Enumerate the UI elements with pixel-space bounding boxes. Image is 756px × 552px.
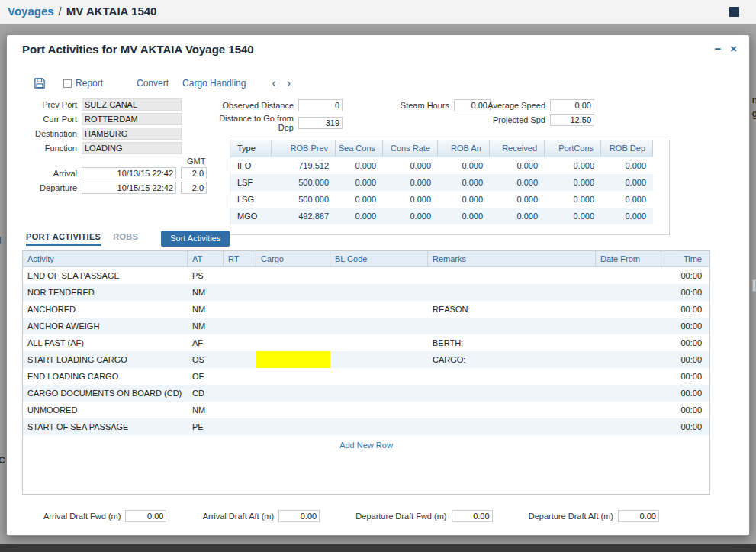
observed-distance-input[interactable] (298, 99, 343, 111)
form-row: Average Speed (484, 99, 594, 111)
activity-cargo-cell[interactable] (256, 368, 330, 385)
activity-cargo-cell[interactable] (256, 385, 330, 402)
draft-input[interactable] (278, 510, 320, 522)
activity-blcode-cell (330, 368, 428, 385)
report-link[interactable]: Report (76, 78, 103, 89)
distance-to-go-input[interactable] (298, 117, 343, 129)
portcons-cell: 0.000 (545, 191, 601, 208)
draft-input[interactable] (452, 510, 493, 522)
breadcrumb-current: MV AKTAIA 1540 (66, 5, 157, 18)
breadcrumb: Voyages / MV AKTAIA 1540 (8, 5, 156, 18)
activity-blcode-cell (330, 351, 428, 368)
activity-name-cell: ANCHOR AWEIGH (23, 318, 188, 334)
app-menu-icon[interactable] (729, 7, 739, 17)
draft-field-group: Departure Draft Fwd (m) (355, 510, 492, 522)
activity-name-cell: CARGO DOCUMENTS ON BOARD (CD) (23, 385, 188, 402)
form-row: Arrival (16, 167, 217, 179)
tab-robs[interactable]: ROBS (113, 232, 138, 244)
rob-table-row[interactable]: LSF 500.000 0.000 0.000 0.000 0.000 0.00… (230, 174, 653, 191)
gmt-column-label: GMT (187, 157, 217, 166)
tab-bar: PORT ACTIVITIES ROBS Sort Activities (26, 232, 230, 247)
draft-input[interactable] (618, 510, 659, 522)
voyages-page: Voyages / MV AKTAIA 1540 n g I C Port Ac… (0, 0, 756, 552)
activity-cargo-cell[interactable] (256, 284, 330, 301)
activity-rt-cell (224, 418, 256, 435)
col-header-received: Received (490, 140, 545, 157)
activity-time-cell: 00:00 (664, 385, 709, 402)
activity-cargo-cell[interactable] (256, 402, 330, 418)
average-speed-input[interactable] (550, 99, 594, 111)
port-field-input[interactable] (82, 142, 182, 154)
breadcrumb-voyages-link[interactable]: Voyages (8, 5, 54, 18)
port-field-input[interactable] (82, 98, 182, 111)
datetime-input[interactable] (82, 182, 176, 194)
convert-link[interactable]: Convert (137, 78, 169, 89)
activity-name-cell: ANCHORED (23, 301, 188, 318)
save-icon[interactable] (34, 78, 45, 89)
sea-cons-cell: 0.000 (336, 174, 383, 191)
activity-name-cell: UNMOORED (23, 402, 188, 418)
port-field-input[interactable] (82, 128, 182, 140)
rob-table-container: Type ROB Prev Sea Cons Cons Rate ROB Arr… (230, 140, 670, 235)
activity-datefrom-cell (596, 284, 664, 301)
window-controls: − × (714, 43, 737, 54)
activity-row[interactable]: UNMOORED NM 00:00 (23, 402, 709, 418)
activity-row[interactable]: END OF SEA PASSAGE PS 00:00 (23, 267, 709, 284)
col-header-sea-cons: Sea Cons (336, 140, 383, 157)
rob-prev-cell: 500.000 (272, 191, 336, 208)
activity-datefrom-cell (596, 385, 664, 402)
activity-blcode-cell (330, 318, 428, 334)
rob-arr-cell: 0.000 (438, 208, 490, 224)
rob-table-header: Type ROB Prev Sea Cons Cons Rate ROB Arr… (230, 140, 653, 157)
activity-rt-cell (224, 284, 256, 301)
activity-row[interactable]: START OF SEA PASSAGE PE 00:00 (23, 418, 709, 435)
form-row: Function (16, 142, 217, 154)
activity-row[interactable]: ALL FAST (AF) AF BERTH: 00:00 (23, 334, 709, 351)
activity-row[interactable]: ANCHORED NM REASON: 00:00 (23, 301, 709, 318)
activity-row[interactable]: END LOADING CARGO OE 00:00 (23, 368, 709, 385)
activity-cargo-cell[interactable] (256, 418, 330, 435)
activity-remarks-cell (428, 385, 596, 402)
activity-cargo-cell[interactable] (256, 301, 330, 318)
port-field-input[interactable] (82, 113, 182, 125)
activity-at-cell: NM (188, 301, 224, 318)
activity-row[interactable]: ANCHOR AWEIGH NM 00:00 (23, 318, 709, 334)
activity-row[interactable]: NOR TENDERED NM 00:00 (23, 284, 709, 301)
form-row: Departure (16, 182, 217, 194)
cons-rate-cell: 0.000 (383, 174, 438, 191)
close-icon[interactable]: × (730, 43, 737, 54)
report-checkbox[interactable] (63, 79, 72, 88)
tab-port-activities[interactable]: PORT ACTIVITIES (26, 232, 101, 246)
bottom-bar (0, 544, 756, 552)
activity-cargo-cell[interactable] (256, 351, 330, 368)
datetime-input[interactable] (82, 167, 176, 179)
rob-prev-cell: 719.512 (272, 157, 336, 174)
rob-table-row[interactable]: IFO 719.512 0.000 0.000 0.000 0.000 0.00… (230, 157, 653, 174)
activity-name-cell: END OF SEA PASSAGE (23, 267, 188, 284)
activity-row[interactable]: START LOADING CARGO OS CARGO: 00:00 (23, 351, 709, 368)
projected-speed-label: Projected Spd (484, 115, 550, 124)
activity-row[interactable]: CARGO DOCUMENTS ON BOARD (CD) CD 00:00 (23, 385, 709, 402)
rob-prev-cell: 492.867 (272, 208, 336, 224)
draft-input[interactable] (125, 510, 166, 522)
gmt-input[interactable] (181, 167, 207, 179)
sort-activities-button[interactable]: Sort Activities (161, 231, 230, 247)
background-text-fragment: n (751, 95, 756, 105)
activity-cargo-cell[interactable] (256, 318, 330, 334)
activity-cargo-cell[interactable] (256, 334, 330, 351)
next-port-arrow-icon[interactable]: › (287, 78, 291, 89)
minimize-icon[interactable]: − (714, 43, 721, 54)
projected-speed-input[interactable] (550, 114, 594, 126)
cargo-handling-link[interactable]: Cargo Handling (182, 78, 246, 89)
activity-at-cell: PE (188, 418, 224, 435)
rob-table-row[interactable]: MGO 492.867 0.000 0.000 0.000 0.000 0.00… (230, 208, 653, 224)
previous-port-arrow-icon[interactable]: ‹ (272, 78, 275, 89)
activity-rt-cell (224, 334, 256, 351)
activity-cargo-cell[interactable] (256, 267, 330, 284)
rob-dep-cell: 0.000 (601, 174, 653, 191)
add-new-row-link[interactable]: Add New Row (23, 441, 709, 450)
col-header-rob-prev: ROB Prev (272, 140, 336, 157)
activity-at-cell: NM (188, 318, 224, 334)
gmt-input[interactable] (181, 182, 207, 194)
rob-table-row[interactable]: LSG 500.000 0.000 0.000 0.000 0.000 0.00… (230, 191, 653, 208)
